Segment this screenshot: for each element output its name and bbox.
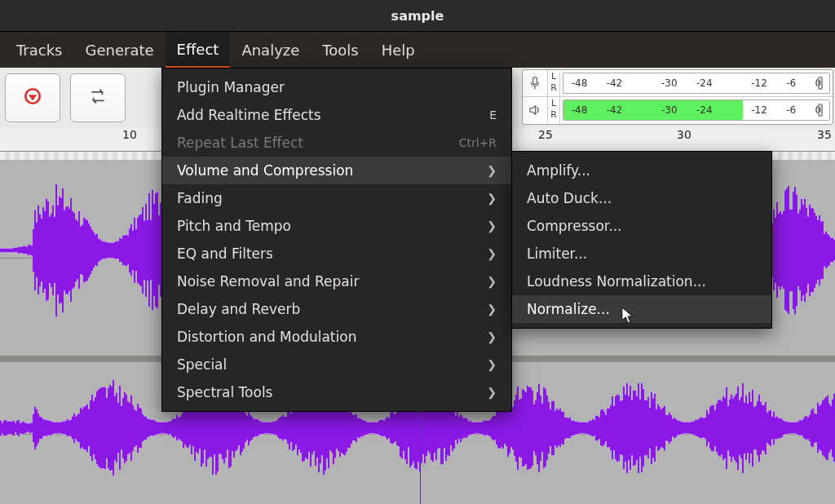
ruler-tick: 30 bbox=[677, 128, 691, 151]
volume-compression-submenu: Amplify...Auto Duck...Compressor...Limit… bbox=[511, 151, 772, 329]
menu-item-label: Fading bbox=[177, 190, 223, 206]
menu-item-label: Special bbox=[177, 356, 227, 373]
volume-submenu-item[interactable]: Amplify... bbox=[512, 157, 771, 184]
menu-item-label: Add Realtime Effects bbox=[177, 107, 321, 123]
submenu-arrow-icon: ❯ bbox=[487, 358, 497, 371]
volume-submenu-item[interactable]: Loudness Normalization... bbox=[512, 267, 771, 295]
titlebar: sample bbox=[0, 0, 835, 32]
window-title: sample bbox=[391, 8, 444, 24]
ruler-tick: 25 bbox=[538, 128, 553, 151]
record-icon bbox=[21, 85, 44, 111]
effect-menu-item[interactable]: Delay and Reverb❯ bbox=[162, 295, 511, 323]
ruler-tick: 10 bbox=[122, 128, 137, 151]
menu-item-shortcut: E bbox=[489, 108, 497, 122]
volume-submenu-item[interactable]: Auto Duck... bbox=[512, 184, 771, 212]
effect-menu-item[interactable]: Distortion and Modulation❯ bbox=[162, 323, 511, 351]
menu-item-label: Amplify... bbox=[527, 162, 590, 179]
submenu-arrow-icon: ❯ bbox=[487, 164, 497, 177]
toolbar-left bbox=[0, 68, 163, 128]
meters: LR -48-42 -30-24 -12-6 0 bbox=[522, 69, 833, 125]
loop-icon bbox=[86, 85, 109, 111]
menu-item-label: Loudness Normalization... bbox=[527, 273, 706, 290]
menu-tools[interactable]: Tools bbox=[311, 32, 369, 68]
svg-marker-1 bbox=[29, 95, 38, 100]
meter-lr-label: LR bbox=[548, 69, 560, 97]
loop-button[interactable] bbox=[70, 73, 126, 122]
menu-item-shortcut: Ctrl+R bbox=[459, 136, 497, 149]
menu-generate[interactable]: Generate bbox=[73, 32, 165, 68]
playback-meter-track: -48-42 -30-24 -12-6 0 bbox=[562, 99, 831, 122]
menu-item-label: Limiter... bbox=[527, 245, 587, 262]
menu-item-label: Plugin Manager bbox=[177, 79, 285, 95]
menu-effect[interactable]: Effect bbox=[166, 32, 231, 68]
menu-item-label: Delay and Reverb bbox=[177, 301, 300, 317]
menu-item-label: Noise Removal and Repair bbox=[177, 273, 359, 290]
menu-item-label: Distortion and Modulation bbox=[177, 329, 356, 345]
menu-item-label: Pitch and Tempo bbox=[177, 218, 291, 234]
menu-item-label: Repeat Last Effect bbox=[177, 135, 303, 151]
workarea: LR -48-42 -30-24 -12-6 0 bbox=[0, 68, 835, 504]
meter-lr-label: LR bbox=[548, 96, 560, 124]
record-meter-row[interactable]: LR -48-42 -30-24 -12-6 0 bbox=[523, 70, 833, 97]
menu-item-label: Volume and Compression bbox=[177, 162, 353, 179]
menu-item-label: Normalize... bbox=[527, 301, 610, 317]
effect-menu-item: Repeat Last EffectCtrl+R bbox=[162, 129, 511, 157]
submenu-arrow-icon: ❯ bbox=[487, 247, 497, 260]
submenu-arrow-icon: ❯ bbox=[487, 386, 497, 399]
effect-menu-item[interactable]: Plugin Manager bbox=[162, 73, 511, 101]
menu-help[interactable]: Help bbox=[370, 32, 426, 68]
playback-meter-row[interactable]: LR -48-42 -30-24 -12-6 0 bbox=[523, 97, 833, 123]
effect-menu-item[interactable]: EQ and Filters❯ bbox=[162, 240, 511, 267]
submenu-arrow-icon: ❯ bbox=[487, 275, 497, 288]
speaker-icon bbox=[523, 97, 548, 123]
effect-menu-item[interactable]: Pitch and Tempo❯ bbox=[162, 212, 511, 240]
submenu-arrow-icon: ❯ bbox=[487, 192, 497, 205]
volume-submenu-item[interactable]: Compressor... bbox=[512, 212, 771, 240]
menu-analyze[interactable]: Analyze bbox=[230, 32, 311, 68]
menu-item-label: EQ and Filters bbox=[177, 245, 273, 262]
microphone-icon bbox=[523, 70, 548, 96]
menu-item-label: Spectral Tools bbox=[177, 384, 272, 400]
record-button[interactable] bbox=[5, 73, 60, 122]
ruler-tick: 35 bbox=[817, 128, 832, 151]
submenu-arrow-icon: ❯ bbox=[487, 303, 497, 316]
effect-menu-item[interactable]: Add Realtime EffectsE bbox=[162, 101, 511, 129]
record-meter-track: -48-42 -30-24 -12-6 0 bbox=[562, 72, 831, 95]
effect-menu-item[interactable]: Spectral Tools❯ bbox=[162, 378, 511, 406]
effect-menu-popup: Plugin ManagerAdd Realtime EffectsERepea… bbox=[161, 68, 512, 412]
volume-submenu-item[interactable]: Limiter... bbox=[512, 240, 771, 267]
submenu-arrow-icon: ❯ bbox=[487, 330, 497, 343]
menu-item-label: Auto Duck... bbox=[527, 190, 612, 206]
menubar: Tracks Generate Effect Analyze Tools Hel… bbox=[0, 32, 835, 68]
menu-item-label: Compressor... bbox=[527, 218, 621, 234]
effect-menu-item[interactable]: Volume and Compression❯ bbox=[162, 157, 511, 184]
effect-menu-item[interactable]: Noise Removal and Repair❯ bbox=[162, 267, 511, 295]
volume-submenu-item[interactable]: Normalize... bbox=[512, 295, 771, 323]
effect-menu-item[interactable]: Special❯ bbox=[162, 351, 511, 378]
menu-tracks[interactable]: Tracks bbox=[5, 32, 73, 68]
submenu-arrow-icon: ❯ bbox=[487, 219, 497, 232]
effect-menu-item[interactable]: Fading❯ bbox=[162, 184, 511, 212]
